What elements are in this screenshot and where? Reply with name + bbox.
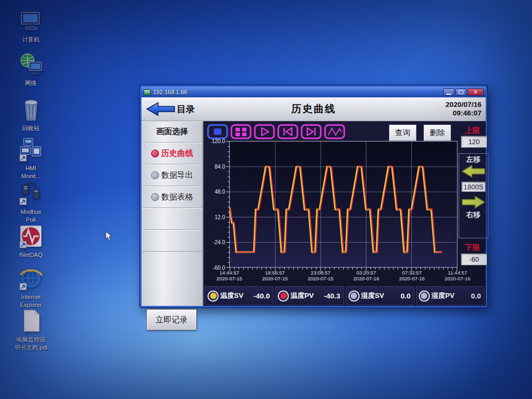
desktop-icon-internet-explorer[interactable]: InternetExplorer [6,266,55,309]
sidebar-item-data-export[interactable]: 数据导出 [142,164,203,186]
pan-panel: 左移 1800S 右移 [459,153,488,238]
pan-interval-field[interactable]: 1800S [461,181,486,192]
legend-dot-icon [207,290,219,302]
internet-explorer-icon [19,266,43,293]
desktop-icon-label: fNetDAQ [19,252,43,259]
toolbar-multi-view-button[interactable] [230,124,252,139]
computer-icon [19,9,43,35]
desktop-icon-recycle-bin[interactable]: 回收站 [6,97,55,132]
minimize-icon [446,94,451,95]
sidebar-item-history-curve[interactable]: 历史曲线 [142,143,203,164]
sidebar: 画面选择 历史曲线数据导出数据表格 立即记录 [142,121,204,306]
date-text: 2020/07/16 [445,101,481,109]
legend-value: -40.0 [253,292,270,300]
fnetdaq-icon [19,224,43,251]
lower-limit-field[interactable]: -60 [461,253,487,265]
desktop-icon-label: 电脑监控说 [16,336,46,343]
hmi-window: 192.168.1.66 x 历史曲线 目录 2020/07/16 09:46:… [140,85,487,307]
desktop-icon-fnetdaq[interactable]: fNetDAQ [6,224,55,259]
sidebar-empty-row [142,230,203,252]
maximize-icon [459,90,463,94]
pan-right-label: 右移 [467,210,481,220]
close-button[interactable]: x [468,88,484,96]
desktop-icon-modbus-poll[interactable]: ModbusPoll [6,181,55,223]
skip-forward-icon [301,124,322,139]
delete-button[interactable]: 删除 [423,124,451,141]
legend-label: 温度SV [220,291,243,301]
desktop-icon-column: 计算机网络回收站HMIMonit...ModbusPollfNetDAQInte… [6,0,55,399]
sidebar-items: 历史曲线数据导出数据表格 [142,143,203,208]
desktop-icon-label: Explorer [20,302,42,309]
desktop-icon-label: Modbus [20,209,41,215]
legend-value: 0.0 [471,292,481,300]
desktop-icon-label: 计算机 [22,36,40,43]
chart-legend: 温度SV-40.0温度PV-40.3湿度SV0.0湿度PV0.0 [205,286,485,305]
legend-dot-icon [278,290,289,302]
x-axis-date: 2020-07-16 [353,276,379,281]
sidebar-item-label: 历史曲线 [161,148,193,159]
legend-value: 0.0 [401,292,411,300]
x-axis-time: 11:44:57 [445,270,471,276]
toolbar-curve-mode-button[interactable] [324,124,345,139]
multi-view-icon [230,124,252,139]
x-axis-time: 03:20:57 [353,270,379,276]
desktop-icon-pdf-document[interactable]: 电脑监控说明书文档.pdl [6,309,55,351]
trend-chart-canvas [230,142,457,268]
single-view-icon [207,124,228,139]
x-axis-date: 2020-07-15 [217,276,243,281]
legend-item-temp-pv[interactable]: 温度PV-40.3 [275,286,344,305]
radio-dot-icon [151,149,159,157]
network-icon [19,52,43,79]
minimize-button[interactable] [443,88,454,96]
y-axis-labels: 120.084.048.012.0-24.0-60.0 [205,141,228,268]
desktop-icon-label: Poll [26,217,36,223]
trend-chart-plot [229,141,458,268]
desktop-icon-label: Monit... [21,173,40,180]
upper-limit-field[interactable]: 120 [461,136,487,148]
sidebar-header: 画面选择 [142,121,203,143]
legend-item-temp-sv[interactable]: 温度SV-40.0 [205,286,273,305]
modbus-poll-icon [19,181,43,207]
legend-item-humidity-pv[interactable]: 湿度PV0.0 [416,286,485,305]
desktop-icon-hmi-monitor[interactable]: HMIMonit... [6,137,55,180]
x-axis-label: 18:56:572020-07-15 [262,270,288,281]
x-axis-labels: 14:44:572020-07-1518:56:572020-07-1523:0… [229,270,458,284]
mouse-cursor [105,231,112,241]
radio-dot-icon [151,193,159,201]
query-button[interactable]: 查询 [389,124,417,141]
x-axis-label: 03:20:572020-07-16 [353,270,379,281]
skip-back-icon [277,124,298,139]
maximize-button[interactable] [455,88,467,96]
chart-toolbar [207,124,345,139]
y-axis-label: -24.0 [213,239,225,245]
pan-right-button[interactable] [461,195,486,209]
pdf-document-icon [19,309,43,335]
hmi-monitor-icon [19,137,43,164]
x-axis-time: 23:08:57 [307,270,334,276]
legend-dot-icon [419,290,430,302]
toolbar-skip-back-button[interactable] [277,124,298,139]
app-icon [144,89,151,95]
desktop-icon-label: 网络 [25,80,37,87]
lower-limit-label: 下限 [458,243,487,253]
radio-dot-icon [151,171,159,179]
upper-limit-label: 上限 [458,126,487,136]
window-titlebar[interactable]: 192.168.1.66 x [142,87,486,97]
legend-item-humidity-sv[interactable]: 湿度SV0.0 [346,286,414,305]
desktop-icon-label: Internet [21,294,40,301]
x-axis-date: 2020-07-15 [262,276,288,281]
desktop-icon-computer[interactable]: 计算机 [6,9,55,43]
toolbar-single-view-button[interactable] [207,124,228,139]
desktop: 计算机网络回收站HMIMonit...ModbusPollfNetDAQInte… [0,0,532,399]
record-now-button[interactable]: 立即记录 [146,309,197,330]
close-icon: x [474,89,477,95]
toolbar-play-button[interactable] [254,124,275,139]
sidebar-item-label: 数据导出 [161,170,193,180]
desktop-icon-label: 回收站 [22,125,40,132]
x-axis-label: 14:44:572020-07-15 [217,270,243,281]
y-axis-label: 120.0 [212,138,225,144]
pan-left-button[interactable] [461,164,486,178]
toolbar-skip-forward-button[interactable] [301,124,322,139]
sidebar-item-data-table[interactable]: 数据表格 [142,186,203,208]
desktop-icon-network[interactable]: 网络 [6,52,55,87]
